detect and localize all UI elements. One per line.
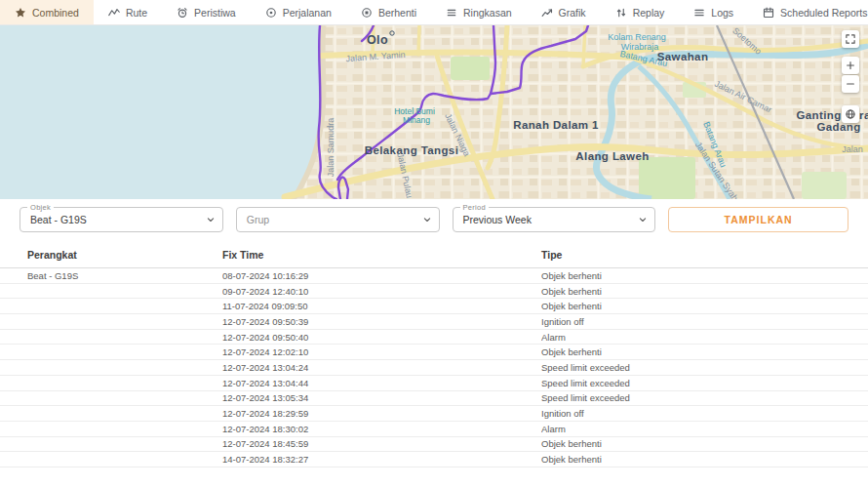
cell-tipe: Speed limit exceeded: [541, 362, 868, 373]
tab-combined[interactable]: Combined: [0, 0, 94, 24]
table-row[interactable]: 12-07-2024 18:30:02Alarm: [0, 422, 868, 437]
tab-logs[interactable]: Logs: [679, 0, 748, 24]
col-fix-time: Fix Time: [222, 249, 541, 261]
tampilkan-button[interactable]: TAMPILKAN: [668, 207, 848, 232]
cell-tipe: Ignition off: [541, 408, 868, 419]
col-perangkat: Perangkat: [27, 249, 222, 261]
tab-scheduled-reports[interactable]: Scheduled Reports: [748, 0, 868, 24]
globe-icon: [845, 108, 856, 120]
cell-tipe: Objek berhenti: [541, 301, 868, 311]
map-fullscreen-button[interactable]: [842, 30, 859, 48]
map[interactable]: OloJalan M. YaminSawahanKolam RenangWira…: [0, 25, 868, 199]
cell-fix-time: 12-07-2024 18:45:59: [222, 438, 541, 449]
cell-tipe: Alarm: [541, 424, 868, 434]
calendar-icon: [763, 7, 774, 19]
tab-bar: CombinedRutePeristiwaPerjalananBerhentiR…: [0, 0, 868, 25]
list-icon: [446, 7, 457, 19]
tab-label: Rute: [126, 7, 147, 19]
map-layers-button[interactable]: [842, 105, 859, 123]
cell-fix-time: 12-07-2024 18:29:59: [222, 408, 541, 419]
tab-label: Logs: [711, 7, 733, 19]
table-header: Perangkat Fix Time Tipe: [0, 241, 868, 268]
map-zoom-out-button[interactable]: [842, 75, 859, 93]
cell-fix-time: 12-07-2024 13:04:44: [222, 378, 541, 388]
period-select-label: Period: [460, 203, 489, 212]
cell-fix-time: 12-07-2024 13:04:24: [222, 362, 541, 373]
cell-fix-time: 12-07-2024 18:30:02: [222, 424, 541, 434]
cell-fix-time: 12-07-2024 13:05:34: [222, 392, 541, 403]
period-select-value: Previous Week: [463, 214, 532, 225]
table-row[interactable]: 09-07-2024 12:40:10Objek berhenti: [0, 284, 868, 300]
table-row[interactable]: 12-07-2024 13:04:44Speed limit exceeded: [0, 376, 868, 391]
map-canvas: [0, 25, 868, 199]
table-row[interactable]: 12-07-2024 18:45:59Objek berhenti: [0, 437, 868, 453]
chart-icon: [541, 7, 553, 19]
sort-icon: [615, 7, 627, 19]
alarm-icon: [177, 7, 188, 19]
objek-select-value: Beat - G19S: [30, 214, 87, 225]
tab-label: Scheduled Reports: [780, 7, 867, 19]
cell-fix-time: 12-07-2024 12:02:10: [222, 346, 541, 357]
cell-fix-time: 14-07-2024 18:32:27: [222, 454, 541, 465]
table-row[interactable]: 12-07-2024 18:29:59Ignition off: [0, 406, 868, 422]
stop-icon: [361, 7, 373, 19]
period-select[interactable]: Period Previous Week: [453, 207, 656, 232]
table-row[interactable]: 12-07-2024 09:50:40Alarm: [0, 330, 868, 346]
map-park: [802, 172, 847, 199]
cell-tipe: Ignition off: [541, 316, 868, 327]
table-row[interactable]: 11-07-2024 09:09:50Objek berhenti: [0, 299, 868, 314]
table-row[interactable]: 14-07-2024 18:32:27Objek berhenti: [0, 452, 868, 468]
chevron-down-icon: [421, 214, 433, 225]
tab-label: Grafik: [559, 7, 586, 19]
cell-tipe: Alarm: [541, 332, 868, 343]
tab-grafik[interactable]: Grafik: [527, 0, 601, 24]
minus-icon: [845, 78, 856, 90]
cell-tipe: Objek berhenti: [541, 270, 868, 281]
tab-label: Berhenti: [378, 7, 416, 19]
target-icon: [265, 7, 277, 19]
cell-tipe: Objek berhenti: [541, 286, 868, 297]
table-row[interactable]: Beat - G19S08-07-2024 10:16:29Objek berh…: [0, 268, 868, 284]
cell-tipe: Speed limit exceeded: [541, 392, 868, 403]
table-row[interactable]: 12-07-2024 13:04:24Speed limit exceeded: [0, 360, 868, 376]
table-row[interactable]: 12-07-2024 09:50:39Ignition off: [0, 314, 868, 330]
cell-fix-time: 09-07-2024 12:40:10: [222, 286, 541, 297]
events-table: Perangkat Fix Time Tipe Beat - G19S08-07…: [0, 241, 868, 468]
tab-peristiwa[interactable]: Peristiwa: [162, 0, 251, 24]
cell-tipe: Objek berhenti: [541, 438, 868, 449]
tab-berhenti[interactable]: Berhenti: [346, 0, 431, 24]
tab-label: Perjalanan: [283, 7, 332, 19]
table-row[interactable]: 12-07-2024 12:02:10Objek berhenti: [0, 345, 868, 360]
grup-select-placeholder: Grup: [247, 214, 269, 225]
filter-bar: Objek Beat - G19S Grup Period Previous W…: [0, 199, 868, 241]
tab-label: Replay: [633, 7, 665, 19]
cell-perangkat: Beat - G19S: [27, 270, 222, 281]
objek-select-label: Objek: [27, 203, 54, 212]
tab-label: Peristiwa: [194, 7, 236, 19]
cell-tipe: Speed limit exceeded: [541, 378, 868, 388]
route-icon: [108, 7, 120, 19]
tab-ringkasan[interactable]: Ringkasan: [431, 0, 527, 24]
tab-perjalanan[interactable]: Perjalanan: [251, 0, 346, 24]
star-icon: [15, 7, 26, 19]
objek-select[interactable]: Objek Beat - G19S: [20, 207, 223, 232]
chevron-down-icon: [205, 214, 217, 225]
cell-tipe: Objek berhenti: [541, 454, 868, 465]
lines-icon: [693, 7, 705, 19]
plus-icon: [845, 60, 856, 71]
tab-replay[interactable]: Replay: [601, 0, 680, 24]
table-row[interactable]: 12-07-2024 13:05:34Speed limit exceeded: [0, 391, 868, 407]
tab-rute[interactable]: Rute: [94, 0, 162, 24]
cell-fix-time: 12-07-2024 09:50:39: [222, 316, 541, 327]
map-park: [639, 157, 695, 199]
map-zoom-in-button[interactable]: [842, 57, 859, 74]
fullscreen-icon: [845, 33, 856, 45]
col-tipe: Tipe: [541, 249, 868, 261]
cell-tipe: Objek berhenti: [541, 346, 868, 357]
tab-label: Combined: [32, 7, 79, 19]
cell-fix-time: 12-07-2024 09:50:40: [222, 332, 541, 343]
map-park: [451, 57, 490, 80]
tab-label: Ringkasan: [463, 7, 512, 19]
table-body: Beat - G19S08-07-2024 10:16:29Objek berh…: [0, 268, 868, 468]
grup-select[interactable]: Grup: [236, 207, 440, 232]
